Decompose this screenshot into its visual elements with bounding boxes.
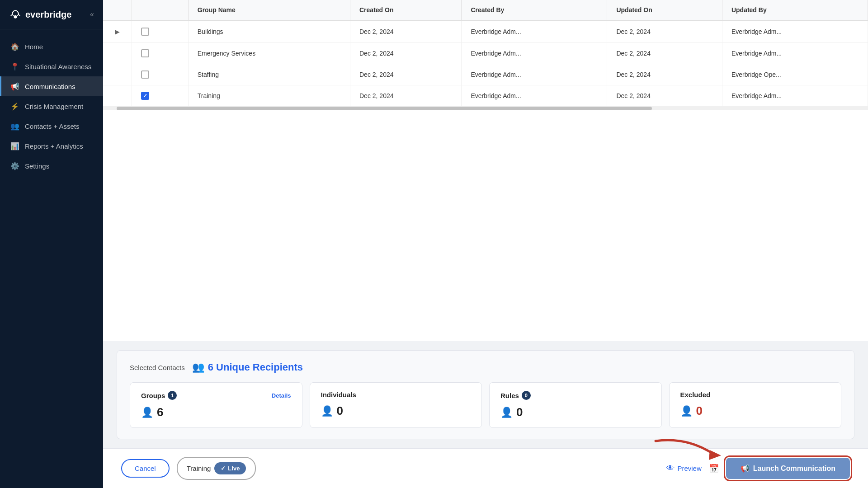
sidebar-item-home[interactable]: 🏠 Home	[0, 37, 103, 56]
groups-table: Group Name Created On Created By Updated…	[103, 0, 868, 107]
cell-name-emergency-services: Emergency Services	[188, 43, 350, 64]
checkbox-staffing[interactable]	[141, 70, 149, 79]
individuals-label: Individuals	[321, 391, 356, 399]
sidebar-item-contacts-assets[interactable]: 👥 Contacts + Assets	[0, 116, 103, 136]
col-created-on: Created On	[350, 0, 462, 20]
rules-person-icon: 👤	[500, 407, 513, 418]
cell-created-by-training: Everbridge Adm...	[462, 85, 607, 107]
col-updated-by: Updated By	[722, 0, 868, 20]
sidebar: everbridge « 🏠 Home 📍 Situational Awaren…	[0, 0, 103, 488]
groups-badge: 1	[168, 391, 177, 400]
cell-name-training: Training	[188, 85, 350, 107]
cell-created-by-staffing: Everbridge Adm...	[462, 64, 607, 85]
individuals-count: 0	[337, 404, 343, 418]
sc-card-individuals-title: Individuals	[321, 391, 471, 399]
cell-checkbox-training[interactable]	[132, 85, 189, 107]
sidebar-item-settings[interactable]: ⚙️ Settings	[0, 156, 103, 176]
nav-icon-contacts-assets: 👥	[10, 122, 19, 131]
cell-checkbox-staffing[interactable]	[132, 64, 189, 85]
table-header: Group Name Created On Created By Updated…	[103, 0, 868, 20]
live-label: Live	[228, 465, 240, 472]
cell-created-on-buildings: Dec 2, 2024	[350, 20, 462, 43]
launch-communication-button[interactable]: 📢 Launch Communication	[726, 458, 850, 479]
excluded-person-icon: 👤	[680, 405, 693, 417]
cancel-button[interactable]: Cancel	[121, 459, 170, 478]
sidebar-collapse-btn[interactable]: «	[90, 10, 94, 19]
table-row: Staffing Dec 2, 2024 Everbridge Adm... D…	[103, 64, 868, 85]
expand-btn-buildings[interactable]: ▶	[112, 27, 123, 36]
live-badge: ✓ Live	[214, 462, 246, 474]
rules-badge: 0	[522, 391, 531, 400]
sc-card-groups-title: Groups 1 Details	[141, 391, 291, 400]
sc-card-individuals: Individuals 👤 0	[310, 382, 482, 428]
cell-created-by-buildings: Everbridge Adm...	[462, 20, 607, 43]
groups-count: 6	[157, 405, 163, 419]
people-icon: 👥	[192, 361, 204, 373]
sc-card-excluded: Excluded 👤 0	[669, 382, 842, 428]
main-content: Group Name Created On Created By Updated…	[103, 0, 868, 488]
nav-icon-communications: 📢	[10, 82, 19, 91]
table-row: Emergency Services Dec 2, 2024 Everbridg…	[103, 43, 868, 64]
sc-card-rules: Rules 0 👤 0	[489, 382, 662, 428]
rules-label: Rules	[500, 392, 519, 399]
cell-expand-buildings: ▶	[103, 20, 132, 43]
table-row: Training Dec 2, 2024 Everbridge Adm... D…	[103, 85, 868, 107]
launch-icon: 📢	[741, 464, 750, 473]
nav-label-communications: Communications	[25, 83, 75, 90]
cell-updated-by-buildings: Everbridge Adm...	[722, 20, 868, 43]
sc-recipients: 👥 6 Unique Recipients	[192, 361, 303, 373]
excluded-count: 0	[696, 404, 703, 418]
nav-icon-settings: ⚙️	[10, 161, 19, 170]
cell-name-buildings: Buildings	[188, 20, 350, 43]
sc-card-excluded-title: Excluded	[680, 391, 830, 399]
sidebar-logo: everbridge «	[0, 0, 103, 29]
logo: everbridge	[9, 8, 71, 21]
sidebar-item-crisis-management[interactable]: ⚡ Crisis Management	[0, 96, 103, 116]
table-row: ▶ Buildings Dec 2, 2024 Everbridge Adm..…	[103, 20, 868, 43]
sc-label: Selected Contacts	[130, 364, 185, 371]
groups-label: Groups	[141, 392, 165, 399]
cell-expand-emergency-services	[103, 43, 132, 64]
training-label: Training	[187, 465, 211, 472]
selected-contacts-panel: Selected Contacts 👥 6 Unique Recipients …	[117, 350, 854, 439]
individuals-person-icon: 👤	[321, 405, 333, 417]
checkbox-training[interactable]	[141, 92, 149, 100]
checkbox-buildings[interactable]	[141, 28, 149, 36]
groups-person-icon: 👤	[141, 407, 153, 418]
sc-cards: Groups 1 Details 👤 6 Individuals �	[130, 382, 841, 428]
preview-button[interactable]: 👁 Preview	[666, 464, 701, 473]
nav-label-reports-analytics: Reports + Analytics	[25, 142, 83, 150]
col-created-by: Created By	[462, 0, 607, 20]
cell-checkbox-emergency-services[interactable]	[132, 43, 189, 64]
sidebar-item-communications[interactable]: 📢 Communications	[0, 76, 103, 96]
sidebar-item-situational-awareness[interactable]: 📍 Situational Awareness	[0, 56, 103, 76]
groups-details-link[interactable]: Details	[272, 392, 291, 399]
checkbox-emergency-services[interactable]	[141, 49, 149, 57]
cell-created-on-staffing: Dec 2, 2024	[350, 64, 462, 85]
col-expand	[103, 0, 132, 20]
cell-updated-on-training: Dec 2, 2024	[607, 85, 722, 107]
nav-icon-reports-analytics: 📊	[10, 141, 19, 150]
svg-point-0	[14, 15, 17, 19]
bottom-bar: Cancel Training ✓ Live 👁 Preview 📅 📢 Lau…	[103, 448, 868, 488]
cell-created-by-emergency-services: Everbridge Adm...	[462, 43, 607, 64]
cell-checkbox-buildings[interactable]	[132, 20, 189, 43]
sidebar-nav: 🏠 Home 📍 Situational Awareness 📢 Communi…	[0, 29, 103, 488]
groups-value: 👤 6	[141, 405, 291, 419]
cell-updated-on-buildings: Dec 2, 2024	[607, 20, 722, 43]
sc-recipients-count: 6 Unique Recipients	[208, 361, 303, 373]
sidebar-item-reports-analytics[interactable]: 📊 Reports + Analytics	[0, 136, 103, 156]
calendar-icon[interactable]: 📅	[709, 464, 719, 474]
sc-header: Selected Contacts 👥 6 Unique Recipients	[130, 361, 841, 373]
cell-updated-by-staffing: Everbridge Ope...	[722, 64, 868, 85]
col-updated-on: Updated On	[607, 0, 722, 20]
logo-name: everbridge	[25, 9, 71, 20]
nav-label-settings: Settings	[25, 162, 49, 170]
svg-marker-1	[709, 450, 721, 460]
cell-expand-staffing	[103, 64, 132, 85]
cell-created-on-training: Dec 2, 2024	[350, 85, 462, 107]
nav-icon-situational-awareness: 📍	[10, 62, 19, 71]
content-wrapper: Group Name Created On Created By Updated…	[103, 0, 868, 448]
rules-value: 👤 0	[500, 405, 651, 419]
preview-label: Preview	[677, 465, 701, 472]
